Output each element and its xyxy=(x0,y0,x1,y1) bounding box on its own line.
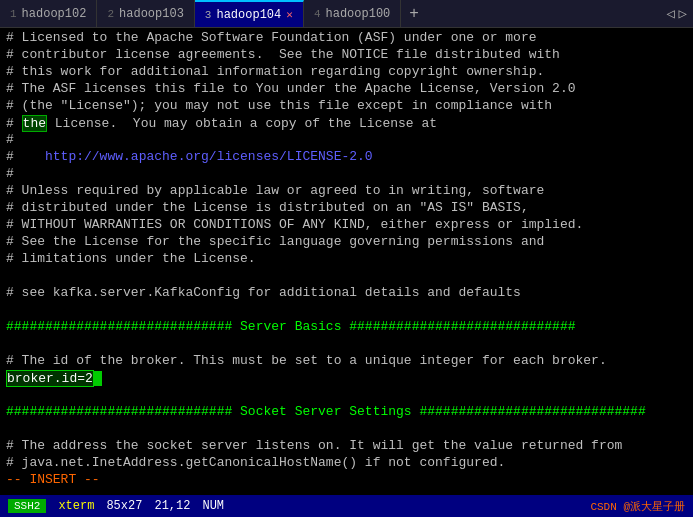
line-19 xyxy=(0,336,693,353)
line-22 xyxy=(0,387,693,404)
line-25: # The address the socket server listens … xyxy=(0,438,693,455)
line-5: # (the "License"); you may not use this … xyxy=(0,98,693,115)
line-24 xyxy=(0,421,693,438)
line-text-20: # The id of the broker. This must be set… xyxy=(6,353,607,368)
line-17 xyxy=(0,302,693,319)
editor-area: # Licensed to the Apache Software Founda… xyxy=(0,28,693,495)
line-text-9: # xyxy=(6,166,14,181)
num-mode: NUM xyxy=(202,499,224,513)
tab-hadoop103[interactable]: 2 hadoop103 xyxy=(97,0,194,27)
line-10: # Unless required by applicable law or a… xyxy=(0,183,693,200)
line-text-23: ############################# Socket Ser… xyxy=(6,404,646,419)
line-12: # WITHOUT WARRANTIES OR CONDITIONS OF AN… xyxy=(0,217,693,234)
line-16: # see kafka.server.KafkaConfig for addit… xyxy=(0,285,693,302)
the-highlight: the xyxy=(22,115,47,132)
close-tab-icon[interactable]: ✕ xyxy=(286,8,293,21)
cursor xyxy=(94,371,102,386)
line-text-14: # limitations under the License. xyxy=(6,251,256,266)
line-21: broker.id=2 xyxy=(0,370,693,387)
line-text-11: # distributed under the License is distr… xyxy=(6,200,529,215)
tab-label-1: hadoop102 xyxy=(22,7,87,21)
status-bar: SSH2 xterm 85x27 21,12 NUM CSDN @派大星子册 xyxy=(0,495,693,517)
cursor-pos: 21,12 xyxy=(154,499,190,513)
line-13: # See the License for the specific langu… xyxy=(0,234,693,251)
line-text-12: # WITHOUT WARRANTIES OR CONDITIONS OF AN… xyxy=(6,217,583,232)
insert-mode-label: -- INSERT -- xyxy=(6,472,100,487)
line-text-8: # xyxy=(6,149,45,164)
tab-num-2: 2 xyxy=(107,8,114,20)
tab-prev-icon[interactable]: ◁ xyxy=(666,5,674,22)
line-text-7: # xyxy=(6,132,14,147)
app-window: 1 hadoop102 2 hadoop103 3 hadoop104 ✕ 4 … xyxy=(0,0,693,517)
line-text-19 xyxy=(6,336,14,351)
line-text-16: # see kafka.server.KafkaConfig for addit… xyxy=(6,285,521,300)
tab-nav: ◁ ▷ xyxy=(660,0,693,27)
line-text-24 xyxy=(6,421,14,436)
line-url: http://www.apache.org/licenses/LICENSE-2… xyxy=(45,149,373,164)
line-text-10: # Unless required by applicable law or a… xyxy=(6,183,544,198)
tab-num-4: 4 xyxy=(314,8,321,20)
tab-hadoop100[interactable]: 4 hadoop100 xyxy=(304,0,401,27)
line-text-6-pre: # xyxy=(6,116,22,131)
tab-num-1: 1 xyxy=(10,8,17,20)
line-9: # xyxy=(0,166,693,183)
line-text-22 xyxy=(6,387,14,402)
broker-id-line: broker.id=2 xyxy=(6,370,94,387)
line-6: # the License. You may obtain a copy of … xyxy=(0,115,693,132)
line-text-18: ############################# Server Bas… xyxy=(6,319,576,334)
line-text-1: # Licensed to the Apache Software Founda… xyxy=(6,30,537,45)
ssh-label: SSH2 xyxy=(8,499,46,513)
tab-bar: 1 hadoop102 2 hadoop103 3 hadoop104 ✕ 4 … xyxy=(0,0,693,28)
line-text-17 xyxy=(6,302,14,317)
line-11: # distributed under the License is distr… xyxy=(0,200,693,217)
csdn-watermark: CSDN @派大星子册 xyxy=(590,499,685,514)
xterm-label: xterm xyxy=(58,499,94,513)
tab-label-3: hadoop104 xyxy=(216,8,281,22)
line-text-25: # The address the socket server listens … xyxy=(6,438,622,453)
line-8: # http://www.apache.org/licenses/LICENSE… xyxy=(0,149,693,166)
line-text-2: # contributor license agreements. See th… xyxy=(6,47,560,62)
line-3: # this work for additional information r… xyxy=(0,64,693,81)
editor-content[interactable]: # Licensed to the Apache Software Founda… xyxy=(0,28,693,495)
line-7: # xyxy=(0,132,693,149)
line-27: -- INSERT -- xyxy=(0,472,693,489)
line-text-3: # this work for additional information r… xyxy=(6,64,544,79)
line-2: # contributor license agreements. See th… xyxy=(0,47,693,64)
line-text-6-post: License. You may obtain a copy of the Li… xyxy=(47,116,437,131)
line-text-26: # java.net.InetAddress.getCanonicalHostN… xyxy=(6,455,505,470)
line-20: # The id of the broker. This must be set… xyxy=(0,353,693,370)
line-text-4: # The ASF licenses this file to You unde… xyxy=(6,81,576,96)
line-15 xyxy=(0,268,693,285)
tab-label-4: hadoop100 xyxy=(326,7,391,21)
line-18: ############################# Server Bas… xyxy=(0,319,693,336)
tab-next-icon[interactable]: ▷ xyxy=(679,5,687,22)
add-tab-button[interactable]: + xyxy=(401,0,427,27)
tab-label-2: hadoop103 xyxy=(119,7,184,21)
line-text-13: # See the License for the specific langu… xyxy=(6,234,544,249)
line-1: # Licensed to the Apache Software Founda… xyxy=(0,30,693,47)
tab-hadoop104[interactable]: 3 hadoop104 ✕ xyxy=(195,0,304,27)
line-text-15 xyxy=(6,268,14,283)
line-text-5: # (the "License"); you may not use this … xyxy=(6,98,552,113)
tab-hadoop102[interactable]: 1 hadoop102 xyxy=(0,0,97,27)
line-23: ############################# Socket Ser… xyxy=(0,404,693,421)
tab-num-3: 3 xyxy=(205,9,212,21)
line-4: # The ASF licenses this file to You unde… xyxy=(0,81,693,98)
terminal-dims: 85x27 xyxy=(106,499,142,513)
line-26: # java.net.InetAddress.getCanonicalHostN… xyxy=(0,455,693,472)
line-14: # limitations under the License. xyxy=(0,251,693,268)
